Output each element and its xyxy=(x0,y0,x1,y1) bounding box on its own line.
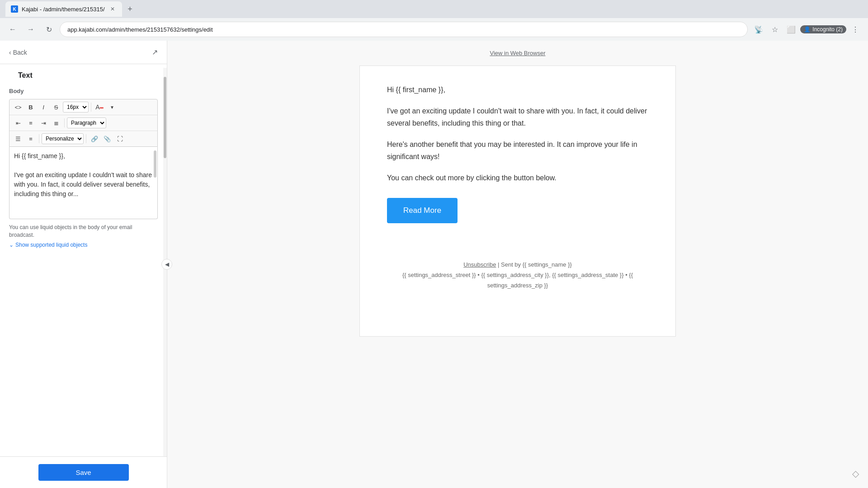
panel-scroll-area: Text Body <> B I S 16px A▬ ▼ ⇤ xyxy=(0,64,167,470)
expand-icon[interactable]: ↗ xyxy=(152,48,158,56)
font-color-button[interactable]: A▬ xyxy=(94,101,105,113)
address-bar[interactable]: app.kajabi.com/admin/themes/2153157632/s… xyxy=(60,22,748,37)
left-panel: ◀ ‹ Back ↗ Text Body <> B I S 16px xyxy=(0,41,167,488)
toolbar-separator-2 xyxy=(64,118,65,127)
bold-button[interactable]: B xyxy=(25,101,37,113)
editor-content: I've got an exciting update I couldn't w… xyxy=(14,170,153,199)
back-label: Back xyxy=(13,49,27,56)
editor-scrollbar[interactable] xyxy=(154,150,156,178)
back-nav-button[interactable]: ← xyxy=(5,22,20,37)
ordered-list-button[interactable]: ≡ xyxy=(25,133,37,145)
editor-body[interactable]: Hi {{ first_name }}, I've got an excitin… xyxy=(9,147,158,219)
new-tab-button[interactable]: + xyxy=(124,3,137,15)
toolbar-separator-1 xyxy=(91,103,91,112)
save-bar: Save xyxy=(0,456,167,488)
align-justify-button[interactable]: ≣ xyxy=(50,117,62,129)
align-center-button[interactable]: ≡ xyxy=(25,117,37,129)
code-button[interactable]: <> xyxy=(12,101,24,113)
menu-icon[interactable]: ⋮ xyxy=(848,22,863,37)
read-more-button[interactable]: Read More xyxy=(387,198,458,223)
footer-sent-by: | Sent by {{ settings_name }} xyxy=(498,261,572,268)
back-chevron-icon: ‹ xyxy=(9,49,11,56)
body-section-label: Body xyxy=(9,88,158,94)
paragraph-select[interactable]: Paragraph xyxy=(67,117,106,128)
right-panel: View in Web Browser Hi {{ first_name }},… xyxy=(167,41,868,488)
fullscreen-button[interactable]: ⛶ xyxy=(114,133,126,145)
toolbar-separator-4 xyxy=(86,134,86,143)
browser-tab[interactable]: K Kajabi - /admin/themes/215315/ ✕ xyxy=(5,1,122,17)
browser-chrome: K Kajabi - /admin/themes/215315/ ✕ + ← →… xyxy=(0,0,868,41)
preview-topbar: View in Web Browser xyxy=(176,50,859,56)
show-liquid-objects-link[interactable]: ⌄ Show supported liquid objects xyxy=(9,242,158,248)
font-color-dropdown[interactable]: ▼ xyxy=(106,101,118,113)
personalize-select[interactable]: Personalize xyxy=(42,133,84,144)
footer-line-1: Unsubscribe | Sent by {{ settings_name }… xyxy=(387,259,648,270)
diamond-icon[interactable]: ◇ xyxy=(852,468,859,479)
panel-scrollbar-thumb xyxy=(164,77,166,158)
browser-toolbar: ← → ↻ app.kajabi.com/admin/themes/215315… xyxy=(0,18,868,41)
toolbar-separator-3 xyxy=(39,134,39,143)
collapse-panel-button[interactable]: ◀ xyxy=(161,259,172,270)
show-liquid-label: Show supported liquid objects xyxy=(15,242,87,248)
chevron-down-icon: ⌄ xyxy=(9,242,14,248)
toolbar-row-3: ☰ ≡ Personalize 🔗 📎 ⛶ xyxy=(9,131,157,146)
browser-titlebar: K Kajabi - /admin/themes/215315/ ✕ + xyxy=(0,0,868,18)
incognito-badge: 👤 Incognito (2) xyxy=(800,25,846,33)
email-para-1: I've got an exciting update I couldn't w… xyxy=(387,105,648,129)
toolbar-row-2: ⇤ ≡ ⇥ ≣ Paragraph xyxy=(9,115,157,131)
email-para-2: Here's another benefit that you may be i… xyxy=(387,138,648,163)
toolbar-row-1: <> B I S 16px A▬ ▼ xyxy=(9,99,157,115)
link-button[interactable]: 🔗 xyxy=(89,133,100,145)
back-button[interactable]: ‹ Back xyxy=(9,49,27,56)
tab-close-btn[interactable]: ✕ xyxy=(108,5,117,13)
incognito-label: Incognito (2) xyxy=(812,26,843,33)
panel-scrollbar-track xyxy=(163,68,167,479)
tab-label: Kajabi - /admin/themes/215315/ xyxy=(22,6,105,13)
screenshot-icon[interactable]: ⬜ xyxy=(784,22,798,37)
save-button[interactable]: Save xyxy=(38,464,129,481)
editor-toolbar: <> B I S 16px A▬ ▼ ⇤ ≡ ⇥ ≣ xyxy=(9,99,158,147)
strikethrough-button[interactable]: S xyxy=(50,101,62,113)
email-footer: Unsubscribe | Sent by {{ settings_name }… xyxy=(387,259,648,291)
italic-button[interactable]: I xyxy=(38,101,49,113)
tab-favicon: K xyxy=(11,5,18,13)
editor-greeting: Hi {{ first_name }}, xyxy=(14,151,153,161)
align-left-button[interactable]: ⇤ xyxy=(12,117,24,129)
toolbar-icons: 📡 ☆ ⬜ 👤 Incognito (2) ⋮ xyxy=(751,22,863,37)
font-size-select[interactable]: 16px xyxy=(63,102,89,113)
bookmark-icon[interactable]: ☆ xyxy=(768,22,782,37)
email-greeting: Hi {{ first_name }}, xyxy=(387,84,648,96)
reload-button[interactable]: ↻ xyxy=(42,22,56,37)
unordered-list-button[interactable]: ☰ xyxy=(12,133,24,145)
liquid-help-text: You can use liquid objects in the body o… xyxy=(9,224,158,239)
unsubscribe-link[interactable]: Unsubscribe xyxy=(463,261,496,268)
view-in-browser-link[interactable]: View in Web Browser xyxy=(490,50,545,56)
app-container: ◀ ‹ Back ↗ Text Body <> B I S 16px xyxy=(0,41,868,488)
attachment-button[interactable]: 📎 xyxy=(101,133,113,145)
align-right-button[interactable]: ⇥ xyxy=(38,117,49,129)
address-text: app.kajabi.com/admin/themes/2153157632/s… xyxy=(67,26,213,33)
panel-title: Text xyxy=(9,64,158,83)
email-para-3: You can check out more by clicking the b… xyxy=(387,172,648,184)
email-preview: Hi {{ first_name }}, I've got an excitin… xyxy=(359,66,676,337)
forward-nav-button[interactable]: → xyxy=(24,22,38,37)
footer-address: {{ settings_address_street }} • {{ setti… xyxy=(387,270,648,291)
cast-icon[interactable]: 📡 xyxy=(751,22,766,37)
panel-header: ‹ Back ↗ xyxy=(0,41,167,64)
